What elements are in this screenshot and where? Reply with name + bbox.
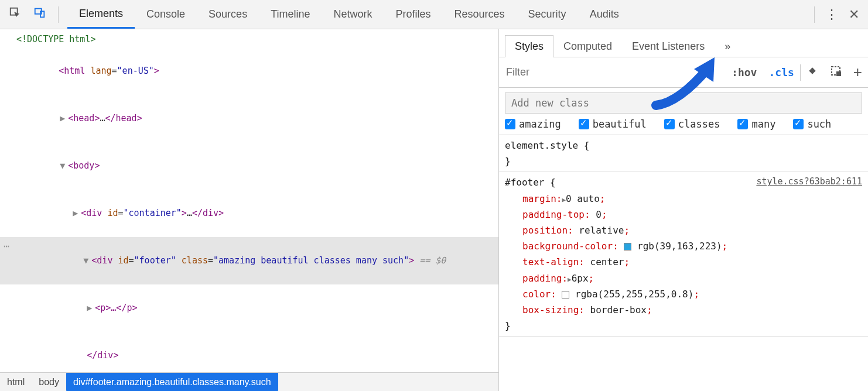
breadcrumb-body[interactable]: body (32, 373, 66, 391)
checkbox[interactable] (579, 119, 589, 129)
tab-sources[interactable]: Sources (197, 0, 259, 29)
css-property[interactable]: text-align: center; (505, 254, 862, 270)
expand-icon[interactable]: ▶ (568, 275, 572, 286)
subtab-more-icon[interactable]: » (715, 35, 740, 57)
checkbox[interactable] (505, 119, 515, 129)
subtab-event-listeners[interactable]: Event Listeners (622, 35, 715, 57)
kebab-menu-icon[interactable]: ⋮ (825, 7, 838, 22)
footer-close-node[interactable]: </div> (0, 332, 498, 372)
css-property[interactable]: background-color: rgb(39,163,223); (505, 238, 862, 254)
inspect-icon[interactable] (9, 6, 22, 23)
expand-icon[interactable]: ▶ (87, 300, 95, 316)
tab-resources[interactable]: Resources (443, 0, 517, 29)
panel-tabs: Elements Console Sources Timeline Networ… (67, 0, 631, 29)
css-property[interactable]: padding:▶6px; (505, 270, 862, 286)
cls-toggle[interactable]: .cls (763, 66, 799, 78)
css-property[interactable]: color: rgba(255,255,255,0.8); (505, 286, 862, 302)
checkbox[interactable] (737, 119, 748, 129)
tab-profiles[interactable]: Profiles (384, 0, 443, 29)
p-node[interactable]: ▶<p>…</p> (0, 284, 498, 332)
expand-icon[interactable]: ▶ (73, 205, 81, 221)
checkbox[interactable] (793, 119, 804, 129)
class-check-such[interactable]: such (793, 118, 831, 130)
footer-node-selected[interactable]: ▼<div id="footer" class="amazing beautif… (0, 237, 498, 284)
body-node[interactable]: ▼<body> (0, 142, 498, 190)
filter-input[interactable] (499, 57, 726, 87)
breadcrumb-footer[interactable]: div#footer.amazing.beautiful.classes.man… (66, 373, 278, 391)
dashed-box-icon[interactable] (824, 65, 848, 80)
top-left-icons (0, 6, 67, 23)
separator (58, 6, 59, 23)
styles-toolbar: :hov .cls + (499, 57, 868, 88)
class-checkbox-list: amazing beautiful classes many such (505, 118, 862, 130)
collapse-icon[interactable]: ▼ (60, 158, 68, 174)
elements-panel: <!DOCTYPE html> <html lang="en-US"> ▶<he… (0, 29, 499, 391)
class-check-beautiful[interactable]: beautiful (579, 118, 647, 130)
sidebar-subtabs: Styles Computed Event Listeners » (499, 29, 868, 57)
head-node[interactable]: ▶<head>…</head> (0, 95, 498, 142)
class-check-many[interactable]: many (737, 118, 775, 130)
doctype-node[interactable]: <!DOCTYPE html> (0, 32, 498, 47)
add-class-input[interactable] (505, 92, 862, 114)
collapse-icon[interactable]: ▼ (83, 253, 91, 269)
dom-tree[interactable]: <!DOCTYPE html> <html lang="en-US"> ▶<he… (0, 29, 498, 372)
subtab-styles[interactable]: Styles (505, 35, 553, 57)
tab-timeline[interactable]: Timeline (259, 0, 322, 29)
checkbox[interactable] (664, 119, 675, 129)
top-right-icons: ⋮ ✕ (805, 6, 868, 23)
css-property[interactable]: box-sizing: border-box; (505, 302, 862, 318)
css-rules: element.style { } style.css?63bab2:611 #… (499, 135, 868, 391)
subtab-computed[interactable]: Computed (553, 35, 622, 57)
close-icon[interactable]: ✕ (849, 7, 859, 22)
html-node[interactable]: <html lang="en-US"> (0, 47, 498, 95)
svg-rect-3 (809, 67, 815, 74)
color-swatch[interactable] (562, 291, 569, 299)
rule-source-link[interactable]: style.css?63bab2:611 (756, 174, 862, 190)
separator (814, 6, 815, 23)
plus-icon[interactable]: + (848, 63, 868, 81)
tab-network[interactable]: Network (322, 0, 384, 29)
main-split: <!DOCTYPE html> <html lang="en-US"> ▶<he… (0, 29, 868, 391)
device-mode-icon[interactable] (33, 6, 46, 23)
rule-element-style[interactable]: element.style { } (499, 135, 868, 172)
tab-elements[interactable]: Elements (67, 0, 135, 29)
close-brace: } (505, 318, 862, 334)
breadcrumb-html[interactable]: html (0, 373, 32, 391)
color-swatch[interactable] (624, 243, 631, 251)
tab-console[interactable]: Console (135, 0, 197, 29)
class-check-amazing[interactable]: amazing (505, 118, 561, 130)
class-check-classes[interactable]: classes (664, 118, 720, 130)
hov-toggle[interactable]: :hov (726, 66, 763, 78)
classes-pane: amazing beautiful classes many such (499, 88, 868, 135)
inspected-marker: == $0 (414, 255, 446, 266)
svg-rect-5 (836, 71, 841, 76)
devtools-tab-bar: Elements Console Sources Timeline Networ… (0, 0, 868, 29)
selector-label: element.style { (505, 138, 862, 153)
css-property[interactable]: margin:▶0 auto; (505, 191, 862, 207)
css-property[interactable]: position: relative; (505, 222, 862, 238)
css-property[interactable]: padding-top: 0; (505, 207, 862, 222)
tab-security[interactable]: Security (517, 0, 578, 29)
tab-audits[interactable]: Audits (578, 0, 631, 29)
container-node[interactable]: ▶<div id="container">…</div> (0, 190, 498, 237)
rule-footer[interactable]: style.css?63bab2:611 #footer { margin:▶0… (499, 172, 868, 337)
expand-icon[interactable]: ▶ (60, 111, 68, 126)
diamond-icon[interactable] (801, 65, 824, 80)
styles-panel: Styles Computed Event Listeners » :hov .… (499, 29, 868, 391)
close-brace: } (505, 153, 862, 169)
breadcrumb: html body div#footer.amazing.beautiful.c… (0, 372, 498, 391)
